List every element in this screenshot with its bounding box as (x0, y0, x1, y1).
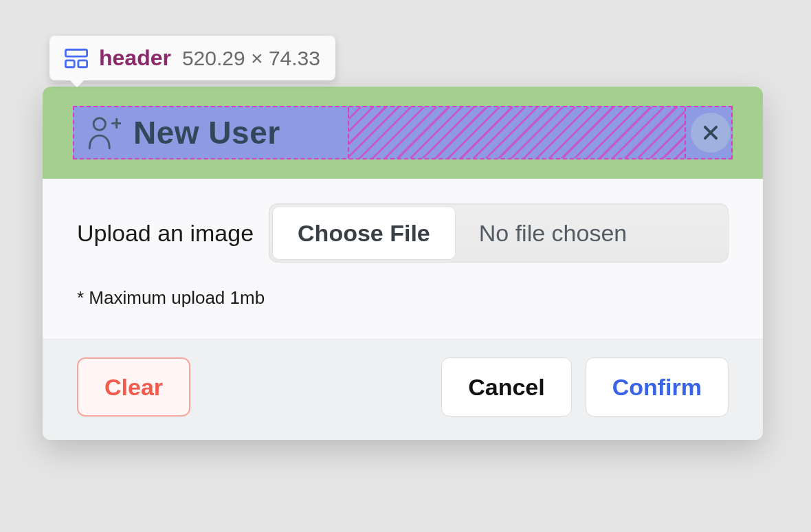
inspector-tooltip: header 520.29 × 74.33 (49, 36, 335, 80)
svg-rect-2 (78, 60, 87, 67)
inspector-element-name: header (99, 45, 171, 71)
modal-body: Upload an image Choose File No file chos… (43, 179, 763, 339)
modal-title: New User (133, 114, 280, 151)
new-user-modal: New User Upload an image Choose File No … (43, 87, 763, 440)
upload-note: * Maximum upload 1mb (77, 278, 729, 332)
upload-row: Upload an image Choose File No file chos… (77, 195, 729, 278)
svg-rect-0 (65, 49, 87, 56)
clear-button[interactable]: Clear (77, 357, 190, 417)
modal-footer: Clear Cancel Confirm (43, 339, 763, 440)
modal-header: New User (73, 106, 733, 159)
file-input[interactable]: Choose File No file chosen (269, 203, 729, 263)
inspector-dimensions: 520.29 × 74.33 (182, 47, 320, 70)
file-status: No file chosen (458, 220, 627, 247)
svg-rect-1 (65, 60, 74, 67)
modal-header-flex-spacer (348, 107, 686, 158)
layout-icon (65, 48, 88, 69)
upload-label: Upload an image (77, 220, 254, 247)
close-icon (701, 123, 720, 142)
confirm-button[interactable]: Confirm (586, 357, 729, 417)
cancel-button[interactable]: Cancel (441, 357, 572, 417)
modal-header-title-group: New User (74, 107, 293, 158)
close-button[interactable] (691, 113, 731, 153)
svg-point-3 (93, 118, 105, 130)
user-plus-icon (87, 114, 121, 151)
choose-file-button[interactable]: Choose File (272, 206, 456, 260)
modal-header-inspect-margin: New User (43, 87, 763, 179)
